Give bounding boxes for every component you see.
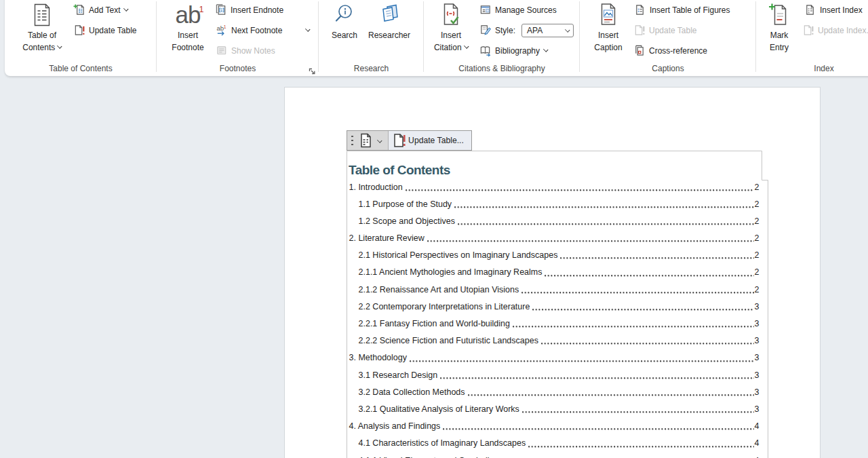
toc-entry[interactable]: 2.2 Contemporary Interpretations in Lite… xyxy=(348,299,760,316)
toc-entry[interactable]: 2.1 Historical Perspectives on Imaginary… xyxy=(348,247,760,264)
table-of-contents-icon xyxy=(32,2,52,28)
mark-entry-button[interactable]: Mark Entry xyxy=(761,0,797,62)
insert-index-button[interactable]: Insert Index xyxy=(804,0,863,20)
bibliography-button[interactable]: Bibliography xyxy=(479,41,548,60)
update-table-button[interactable]: Update Table xyxy=(73,20,137,40)
toc-entry-text: 2.2.2 Science Fiction and Futuristic Lan… xyxy=(359,332,538,349)
chevron-down-icon xyxy=(305,27,310,32)
insert-table-of-figures-label: Insert Table of Figures xyxy=(650,5,730,15)
cross-reference-label: Cross-reference xyxy=(649,46,707,56)
insert-caption-label: Insert Caption xyxy=(587,30,629,54)
toc-entry[interactable]: 3.2 Data Collection Methods 3 xyxy=(348,384,760,401)
insert-endnote-label: Insert Endnote xyxy=(231,5,283,15)
search-button[interactable]: Search xyxy=(324,0,365,62)
update-table-captions-button[interactable]: Update Table xyxy=(633,20,697,40)
svg-text:1: 1 xyxy=(224,24,226,29)
toc-dot-leader xyxy=(560,257,753,259)
chevron-down-icon xyxy=(543,47,548,52)
toc-entry[interactable]: 2.1.1 Ancient Mythologies and Imaginary … xyxy=(348,264,760,281)
table-of-contents-button[interactable]: Table of Contents xyxy=(16,0,68,62)
update-table-captions-label: Update Table xyxy=(649,26,697,35)
toc-entry-text: 2.2 Contemporary Interpretations in Lite… xyxy=(359,299,530,316)
toc-dot-leader xyxy=(468,394,754,396)
toc-dot-leader xyxy=(522,411,754,413)
toc-entry[interactable]: 2.2.2 Science Fiction and Futuristic Lan… xyxy=(348,332,760,349)
toc-entry[interactable]: 3.2.1 Qualitative Analysis of Literary W… xyxy=(348,401,760,418)
mark-entry-icon xyxy=(768,2,790,28)
toc-entry[interactable]: 2.1.2 Renaissance Art and Utopian Vision… xyxy=(348,282,760,299)
update-table-control-button[interactable]: Update Table... xyxy=(388,131,471,150)
toc-dot-leader xyxy=(521,292,753,294)
ribbon-group-citations-bibliography: Insert Citation Manage Sources xyxy=(424,0,580,76)
insert-citation-icon xyxy=(440,2,462,28)
toc-entry-page-number: 3 xyxy=(755,316,760,332)
insert-caption-button[interactable]: Insert Caption xyxy=(587,0,629,62)
add-text-label: Add Text xyxy=(89,5,120,15)
toc-entry[interactable]: 2.2.1 Fantasy Fiction and World-building… xyxy=(348,316,760,332)
insert-index-icon xyxy=(804,4,816,16)
update-table-icon xyxy=(73,24,85,37)
show-notes-button[interactable]: Show Notes xyxy=(216,41,275,60)
insert-table-of-figures-button[interactable]: Insert Table of Figures xyxy=(634,0,730,20)
update-table-control-label: Update Table... xyxy=(408,136,464,145)
next-footnote-button[interactable]: ab 1 Next Footnote xyxy=(216,20,311,40)
toc-dot-leader xyxy=(406,189,754,191)
toc-dot-leader xyxy=(513,326,754,328)
toc-entry[interactable]: 4.1 Characteristics of Imaginary Landsca… xyxy=(348,435,760,452)
toc-dot-leader xyxy=(410,360,754,362)
ribbon-group-captions: Insert Caption Insert Table of Figures xyxy=(580,0,756,76)
add-text-icon xyxy=(73,4,85,16)
style-label: Style: xyxy=(495,26,515,35)
mark-entry-label: Mark Entry xyxy=(761,30,797,54)
toc-entry-page-number: 4 xyxy=(755,453,760,458)
footnote-ab1-icon: ab1 xyxy=(176,2,201,28)
group-label-research: Research xyxy=(319,64,424,73)
toc-entry-text: 2.1 Historical Perspectives on Imaginary… xyxy=(359,247,558,264)
search-icon xyxy=(334,2,355,28)
add-text-button[interactable]: Add Text xyxy=(73,0,128,20)
group-label-index: Index xyxy=(756,64,868,73)
researcher-button[interactable]: Researcher xyxy=(363,0,415,62)
manage-sources-label: Manage Sources xyxy=(495,5,557,15)
toc-entry[interactable]: 4.1.1 Visual Elements and Symbolism 4 xyxy=(348,453,760,458)
toc-entry[interactable]: 3. Methodology 3 xyxy=(348,349,760,366)
toc-entry-text: 4.1.1 Visual Elements and Symbolism xyxy=(359,453,501,458)
insert-footnote-button[interactable]: ab1 Insert Footnote xyxy=(162,0,214,62)
group-label-footnotes: Footnotes xyxy=(157,64,319,73)
toc-gallery-dropdown[interactable] xyxy=(347,131,388,150)
toc-entry-page-number: 2 xyxy=(755,247,760,264)
toc-entry-page-number: 3 xyxy=(755,299,760,316)
toc-entry[interactable]: 1.1 Purpose of the Study 2 xyxy=(348,196,760,213)
toc-entry-page-number: 2 xyxy=(755,196,760,213)
toc-dot-leader xyxy=(427,240,754,242)
update-table-icon xyxy=(393,133,406,148)
cross-reference-button[interactable]: Cross-reference xyxy=(633,41,707,60)
toc-entry[interactable]: 4. Analysis and Findings 4 xyxy=(348,418,760,435)
update-index-button[interactable]: Update Index... xyxy=(802,20,868,40)
toc-entry-page-number: 2 xyxy=(755,264,760,281)
toc-gallery-icon xyxy=(359,133,372,148)
style-icon xyxy=(479,24,492,37)
toc-entry-page-number: 3 xyxy=(755,401,760,418)
toc-entry[interactable]: 1.2 Scope and Objectives 2 xyxy=(348,213,760,230)
update-index-icon xyxy=(802,24,814,37)
toc-entry[interactable]: 1. Introduction 2 xyxy=(348,179,760,196)
drag-handle-icon[interactable] xyxy=(351,136,353,146)
insert-citation-button[interactable]: Insert Citation xyxy=(429,0,473,62)
toc-entry[interactable]: 3.1 Research Design 3 xyxy=(348,367,760,384)
toc-dot-leader xyxy=(458,223,754,225)
citation-style-combobox[interactable]: APA xyxy=(521,24,574,37)
toc-entry-page-number: 4 xyxy=(755,435,760,452)
update-table-disabled-icon xyxy=(633,24,646,37)
toc-entry[interactable]: 2. Literature Review 2 xyxy=(348,230,760,247)
insert-endnote-button[interactable]: Insert Endnote xyxy=(215,0,283,20)
chevron-down-icon xyxy=(58,43,62,48)
ribbon-group-research: Search Researcher Research xyxy=(319,0,424,76)
document-page[interactable]: Update Table... Table of Contents 1. Int… xyxy=(284,87,821,458)
toc-entry-page-number: 4 xyxy=(755,418,760,435)
chevron-down-icon xyxy=(565,28,570,33)
cross-reference-icon xyxy=(633,45,646,57)
toc-entry-page-number: 2 xyxy=(755,282,760,299)
manage-sources-button[interactable]: Manage Sources xyxy=(479,0,557,20)
insert-citation-label: Insert Citation xyxy=(429,30,473,54)
